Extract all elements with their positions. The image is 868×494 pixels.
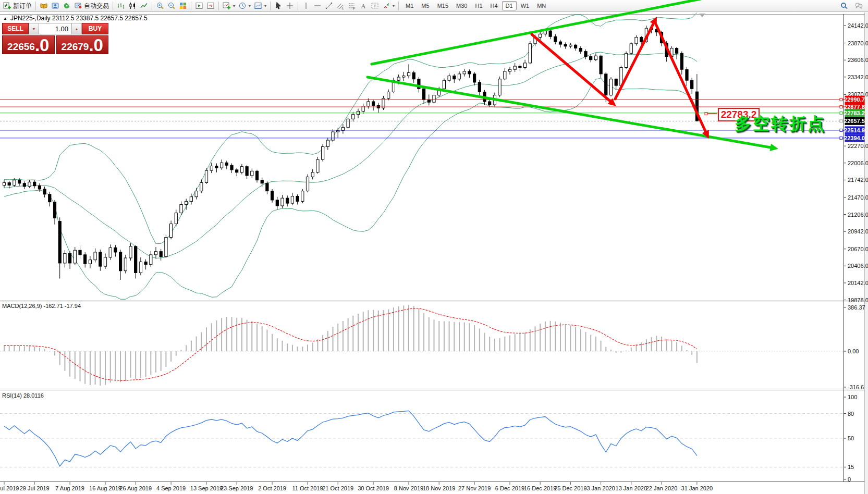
turning-point-annotation: 多空转折点 xyxy=(735,113,826,135)
text-icon: A xyxy=(359,2,368,10)
crosshair-button[interactable] xyxy=(284,1,296,11)
svg-text:3 Jan 2020: 3 Jan 2020 xyxy=(586,485,615,491)
svg-text:22990.7: 22990.7 xyxy=(844,96,865,103)
text-button[interactable]: A xyxy=(358,1,369,11)
volume-increase-button[interactable]: ▲ xyxy=(71,23,82,34)
svg-text:15: 15 xyxy=(848,464,854,470)
toolbar-separator xyxy=(152,2,152,10)
zoom-out-button[interactable] xyxy=(166,1,177,11)
sell-button[interactable]: SELL xyxy=(2,23,29,34)
one-click-trade-panel: SELL ▼ ▲ BUY 22656.0 22679.0 xyxy=(2,23,108,54)
svg-text:386.37: 386.37 xyxy=(848,304,865,311)
svg-text:26 Aug 2019: 26 Aug 2019 xyxy=(119,485,152,491)
timeframe-group: M1M5M15M30H1H4D1W1MN xyxy=(402,1,549,10)
svg-text:6 Dec 2019: 6 Dec 2019 xyxy=(495,485,524,491)
svg-text:30 Oct 2019: 30 Oct 2019 xyxy=(358,485,389,491)
sell-price-frac: .0 xyxy=(35,38,50,53)
svg-text:13 Sep 2019: 13 Sep 2019 xyxy=(190,485,223,491)
timeframe-w1[interactable]: W1 xyxy=(517,1,533,10)
market-watch-icon xyxy=(40,2,48,10)
chart-shift-icon xyxy=(206,2,215,10)
bar-chart-button[interactable] xyxy=(115,1,127,11)
arrows-icon xyxy=(382,2,390,10)
timeframe-h1[interactable]: H1 xyxy=(471,1,486,10)
timeframe-mn[interactable]: MN xyxy=(533,1,549,10)
chart-shift-button[interactable] xyxy=(205,1,216,11)
templates-button[interactable]: ▾ xyxy=(252,1,268,11)
buy-button[interactable]: BUY xyxy=(82,23,108,34)
toolbar-separator xyxy=(35,2,36,10)
zoom-in-button[interactable] xyxy=(154,1,166,11)
periods-button[interactable]: ▾ xyxy=(237,1,252,11)
svg-text:100: 100 xyxy=(848,394,857,400)
svg-text:0.00: 0.00 xyxy=(848,348,859,354)
candle-chart-icon xyxy=(128,2,137,10)
buy-price-frac: .0 xyxy=(89,38,103,53)
timeframe-m15[interactable]: M15 xyxy=(434,1,452,10)
svg-text:19 Jul 2019: 19 Jul 2019 xyxy=(0,485,19,491)
svg-text:16 Aug 2019: 16 Aug 2019 xyxy=(89,485,121,491)
line-chart-button[interactable] xyxy=(138,1,150,11)
svg-text:50: 50 xyxy=(848,435,854,441)
svg-text:22514.9: 22514.9 xyxy=(844,127,865,133)
sell-price[interactable]: 22656.0 xyxy=(2,35,55,54)
chevron-down-icon[interactable]: ▾ xyxy=(233,4,235,8)
line-chart-icon xyxy=(140,2,148,10)
chevron-down-icon[interactable]: ▾ xyxy=(393,4,395,8)
svg-text:F: F xyxy=(353,7,355,10)
svg-text:0: 0 xyxy=(848,476,851,483)
chevron-down-icon[interactable]: ▾ xyxy=(249,4,251,8)
horizontal-line-button[interactable] xyxy=(312,1,323,11)
arrows-button[interactable]: ▾ xyxy=(381,1,396,11)
collapse-quote-icon[interactable]: ▲ xyxy=(3,16,7,21)
timeframe-m1[interactable]: M1 xyxy=(402,1,417,10)
text-label-button[interactable]: T xyxy=(369,1,381,11)
symbol-title-text: JPN225-,Daily 23112.5 23387.5 22657.5 22… xyxy=(10,15,148,22)
market-watch-button[interactable] xyxy=(38,1,50,11)
svg-text:21 Oct 2019: 21 Oct 2019 xyxy=(322,485,353,491)
new-order-button[interactable]: 新订单 xyxy=(2,1,33,11)
timeframe-d1[interactable]: D1 xyxy=(502,1,517,10)
bar-chart-icon xyxy=(117,2,125,10)
navigator-button[interactable] xyxy=(61,1,72,11)
new-order-button-label: 新订单 xyxy=(13,2,32,10)
timeframe-m30[interactable]: M30 xyxy=(453,1,471,10)
indicators-icon xyxy=(223,2,231,10)
timeframe-m5[interactable]: M5 xyxy=(418,1,433,10)
candle-chart-button[interactable] xyxy=(127,1,138,11)
periods-icon xyxy=(238,2,247,10)
svg-text:13 Jan 2020: 13 Jan 2020 xyxy=(616,485,647,491)
macd-label: MACD(12,26,9) -162.71 -17.94 xyxy=(2,303,81,309)
chat-button[interactable] xyxy=(853,1,864,11)
chart-canvas[interactable]: 24142.023870.023606.023342.023070.022270… xyxy=(0,0,868,494)
indicators-button[interactable]: ▾ xyxy=(221,1,237,11)
timeframe-h4[interactable]: H4 xyxy=(487,1,502,10)
autotrade-button[interactable]: 自动交易 xyxy=(72,1,111,11)
trendline-button[interactable] xyxy=(323,1,335,11)
search-button[interactable] xyxy=(838,1,850,11)
channel-button[interactable]: E xyxy=(335,1,346,11)
fibonacci-button[interactable]: F xyxy=(346,1,358,11)
toolbar-separator xyxy=(270,2,271,10)
svg-text:21206.0: 21206.0 xyxy=(848,212,868,218)
zoom-in-icon xyxy=(156,2,164,10)
buy-price[interactable]: 22679.0 xyxy=(56,35,109,54)
text-label-icon: T xyxy=(371,2,379,10)
mt4-window: 24142.023870.023606.023342.023070.022270… xyxy=(0,0,868,494)
auto-scroll-button[interactable] xyxy=(193,1,205,11)
autotrade-button-label: 自动交易 xyxy=(84,2,109,10)
svg-text:T: T xyxy=(374,4,376,8)
symbol-title: ▲ JPN225-,Daily 23112.5 23387.5 22657.5 … xyxy=(3,15,148,22)
tile-windows-button[interactable] xyxy=(177,1,189,11)
navigator-icon xyxy=(63,2,71,10)
svg-text:29 Jul 2019: 29 Jul 2019 xyxy=(20,485,50,491)
cursor-button[interactable] xyxy=(273,1,284,11)
volume-control: ▼ ▲ xyxy=(29,23,82,34)
data-window-button[interactable] xyxy=(50,1,61,11)
volume-input[interactable] xyxy=(39,23,71,34)
svg-text:80: 80 xyxy=(848,411,854,417)
chevron-down-icon[interactable]: ▾ xyxy=(264,4,266,8)
volume-decrease-button[interactable]: ▼ xyxy=(29,23,39,34)
svg-text:25 Dec 2019: 25 Dec 2019 xyxy=(554,485,586,491)
vertical-line-button[interactable] xyxy=(300,1,312,11)
